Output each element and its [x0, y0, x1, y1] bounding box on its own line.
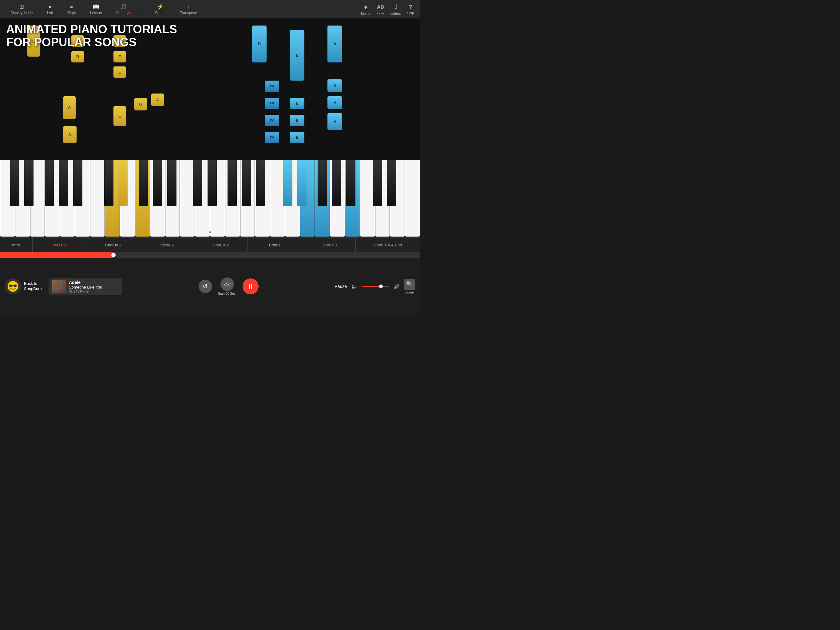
note-right-a2: A	[327, 79, 342, 92]
white-key-16[interactable]	[225, 160, 240, 237]
song-text: Adele Someone Like You 01:24 | 04:49	[69, 280, 102, 293]
section-bridge-label: Bridge	[269, 243, 281, 247]
white-key-12[interactable]	[165, 160, 180, 237]
pause-play-button[interactable]: ⏸	[243, 279, 259, 294]
section-intro[interactable]: Intro	[0, 237, 33, 252]
section-verse1-label: Verse 1	[52, 243, 66, 247]
back30-button[interactable]: ◁◁ Back 30 Sec.	[218, 277, 237, 295]
white-key-23[interactable]	[330, 160, 345, 237]
left-hand-label: Left	[47, 11, 53, 15]
white-key-19[interactable]	[270, 160, 285, 237]
note-left-e1: E	[27, 25, 40, 57]
note-left-e2: E	[114, 35, 126, 47]
progress-bar[interactable]	[0, 252, 420, 258]
restart-button[interactable]: ↺	[199, 280, 212, 293]
note-right-a3: A	[327, 96, 342, 109]
piano-keys-container	[0, 160, 420, 237]
white-key-1[interactable]	[0, 160, 15, 237]
section-chorus2-label: Chorus 2	[213, 243, 229, 247]
section-chorus4end-label: Chorus 4 & End	[374, 243, 402, 247]
back30-label: Back 30 Sec.	[218, 292, 237, 295]
white-key-2[interactable]	[15, 160, 30, 237]
section-chorus1[interactable]: Chorus 1	[87, 237, 140, 252]
note-right-cs4: C#	[265, 131, 279, 143]
lesson-btn[interactable]: 📖 Lesson	[86, 1, 106, 17]
zoom-label: Zoom	[405, 290, 414, 294]
speed-btn[interactable]: ⚡ Speed	[151, 1, 170, 17]
section-chorus3[interactable]: Chorus 3	[302, 237, 356, 252]
volume-thumb[interactable]	[379, 285, 383, 288]
metro-icon: ♦	[364, 3, 368, 11]
white-key-28[interactable]	[405, 160, 420, 237]
right-hand-label: Right	[67, 11, 76, 15]
white-key-3[interactable]	[30, 160, 45, 237]
left-hand-icon: ●	[48, 4, 52, 10]
freestyle-icon: 🎵	[120, 3, 127, 10]
white-key-21-right[interactable]	[300, 160, 315, 237]
section-verse1[interactable]: Verse 1	[33, 237, 87, 252]
white-key-17[interactable]	[240, 160, 255, 237]
transpose-btn[interactable]: ♪ Transpose	[175, 1, 201, 17]
help-icon: ?	[409, 4, 412, 11]
right-controls: Pause 🔈 🔊 🔍 Zoom	[335, 279, 415, 294]
help-btn[interactable]: ? Help	[407, 4, 414, 15]
white-key-25[interactable]	[360, 160, 375, 237]
transpose-label: Transpose	[180, 11, 197, 15]
back-label: Back to SongBook	[24, 281, 43, 291]
svg-rect-3	[14, 285, 17, 287]
white-key-9[interactable]	[120, 160, 135, 237]
section-bridge[interactable]: Bridge	[248, 237, 302, 252]
white-key-11[interactable]	[150, 160, 165, 237]
speed-icon: ⚡	[157, 3, 164, 10]
transpose-icon: ♪	[187, 4, 190, 10]
song-title: Someone Like You	[69, 285, 102, 290]
display-mode-btn[interactable]: ⊞ Display Mode	[6, 1, 37, 17]
song-thumb-inner: 🎵	[52, 280, 66, 293]
white-key-22-right[interactable]	[315, 160, 330, 237]
note-left-b2: B	[71, 51, 84, 62]
speed-label: Speed	[155, 11, 166, 15]
letters-btn[interactable]: ♩ Letters	[390, 3, 401, 15]
note-right-e2: E	[290, 98, 305, 109]
progress-thumb[interactable]	[111, 253, 115, 257]
note-left-e3: E	[114, 51, 126, 62]
pause-icon: ⏸	[243, 279, 259, 294]
song-info-panel: 🎵 Adele Someone Like You 01:24 | 04:49	[49, 278, 122, 295]
white-key-13[interactable]	[180, 160, 195, 237]
white-key-6[interactable]	[75, 160, 90, 237]
zoom-button[interactable]: 🔍 Zoom	[404, 279, 415, 294]
section-chorus4end[interactable]: Chorus 4 & End	[356, 237, 420, 252]
white-key-8-left[interactable]	[105, 160, 120, 237]
note-left-g1: G	[134, 98, 147, 111]
white-key-18[interactable]	[255, 160, 270, 237]
white-key-10-left[interactable]	[135, 160, 150, 237]
left-hand-btn[interactable]: ● Left	[43, 1, 57, 17]
white-key-24-right[interactable]	[345, 160, 360, 237]
bottom-bar: Back to SongBook 🎵 Adele Someone Like Yo…	[0, 258, 420, 315]
toolbar: ⊞ Display Mode ● Left ● Right 📖 Lesson 🎵…	[0, 0, 420, 19]
section-chorus2[interactable]: Chorus 2	[194, 237, 248, 252]
freestyle-btn[interactable]: 🎵 Freestyle	[112, 1, 135, 17]
back-to-songbook-button[interactable]: Back to SongBook	[5, 279, 43, 294]
toolbar-left: ⊞ Display Mode ● Left ● Right 📖 Lesson 🎵…	[6, 1, 201, 17]
white-key-4[interactable]	[45, 160, 60, 237]
back-label-line1: Back to	[24, 281, 43, 287]
metro-btn[interactable]: ♦ Metro.	[361, 3, 371, 15]
white-key-20[interactable]	[285, 160, 300, 237]
letters-label: Letters	[390, 12, 401, 15]
white-key-15[interactable]	[210, 160, 225, 237]
white-key-5[interactable]	[60, 160, 75, 237]
loop-btn[interactable]: AB Loop	[377, 4, 384, 14]
white-key-7[interactable]	[90, 160, 105, 237]
white-key-14[interactable]	[195, 160, 210, 237]
volume-slider[interactable]	[362, 286, 389, 287]
note-right-e1: E	[290, 30, 305, 81]
freestyle-label: Freestyle	[116, 11, 131, 15]
note-left-a3: A	[151, 93, 164, 106]
section-verse2-label: Verse 2	[160, 243, 174, 247]
white-key-26[interactable]	[375, 160, 390, 237]
white-key-27[interactable]	[390, 160, 405, 237]
section-verse2[interactable]: Verse 2	[140, 237, 194, 252]
piano-keyboard	[0, 160, 420, 237]
right-hand-btn[interactable]: ● Right	[63, 1, 80, 17]
